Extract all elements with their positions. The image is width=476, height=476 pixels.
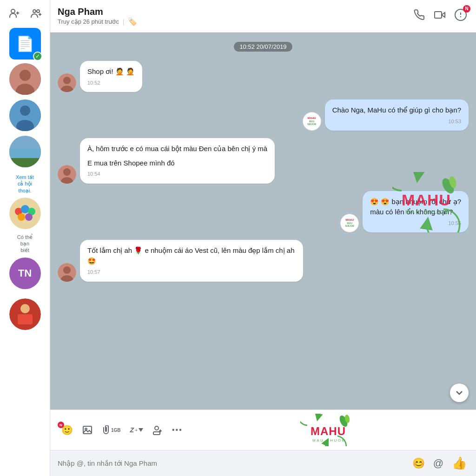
chat-header: Nga Pham Truy cập 26 phút trước | 🏷️ [50,0,476,33]
svg-text:MAU NHUOM: MAU NHUOM [405,209,450,215]
message-bubble-5: Tốt lắm chị ah 🌹 e nhuộm cái áo Vest cũ,… [80,240,303,282]
svg-point-46 [155,426,159,430]
header-actions: N [412,7,469,26]
contact-name: Nga Pham [58,7,412,17]
svg-text:MAU NHUOM: MAU NHUOM [312,438,346,443]
attachment-size: 1GB [111,428,121,433]
chat-toolbar: 🙂 N 1GB Z + [50,410,476,450]
svg-point-21 [25,213,33,221]
svg-rect-43 [83,426,92,434]
more-toolbar-button[interactable]: ••• [168,423,186,437]
sidebar-top-actions [2,5,48,22]
sidebar-avatar-tn[interactable]: TN [9,258,41,289]
sidebar-avatar-2[interactable] [9,99,41,131]
sender-avatar-5 [58,263,76,282]
svg-point-11 [20,106,30,116]
svg-point-3 [33,10,36,13]
sidebar-avatar-nga[interactable] [9,63,41,95]
svg-point-41 [63,266,71,274]
emoji-input-button[interactable]: 😊 [410,456,427,471]
message-text-2: Chào Nga, MaHu có thể giúp gì cho bạn? [332,105,461,116]
sticker-badge: N [58,422,64,428]
add-group-button[interactable] [27,5,45,22]
svg-rect-24 [18,314,33,324]
phone-call-button[interactable] [412,7,427,25]
message-text-1: Shop ơi! 🤦 🤦 [87,66,135,77]
svg-point-31 [63,77,71,84]
date-stamp: 10:52 20/07/2019 [234,42,292,52]
like-button[interactable]: 👍 [450,454,469,472]
sidebar-avatar-6[interactable] [9,298,41,330]
header-divider: | [123,18,124,25]
at-mention-button[interactable]: @ [431,456,445,471]
format-icon: Z [130,426,134,434]
more-info-button[interactable]: N [453,7,469,26]
message-bubble-1: Shop ơi! 🤦 🤦 10:52 [80,61,142,92]
svg-text:MAHU: MAHU [311,425,346,437]
see-all-conversations[interactable]: Xem tất cả hội thoại. [12,174,38,194]
tn-label: TN [18,267,32,279]
message-time-2: 10:53 [332,118,461,126]
mahu-logo-text-2: MAHUMAUNHUOM [345,218,354,228]
svg-rect-26 [435,12,442,18]
message-time-5: 10:57 [87,268,296,276]
message-row: Tốt lắm chị ah 🌹 e nhuộm cái áo Vest cũ,… [58,240,469,282]
scroll-to-bottom-button[interactable] [450,383,469,402]
sidebar-avatar-5[interactable] [9,198,41,229]
sidebar: 📄 ✓ Xem tất cả hội thoại. [0,0,50,476]
message-row: Shop ơi! 🤦 🤦 10:52 [58,61,469,92]
message-input[interactable] [58,459,406,467]
mahu-watermark: MAHU MAU NHUOM [392,172,467,234]
more-dots: ••• [172,426,183,434]
contact-info: Nga Pham Truy cập 26 phút trước | 🏷️ [58,7,412,26]
svg-point-23 [20,304,30,313]
message-bubble-3: À, hôm trước e có mua cái bột màu Đen củ… [80,138,275,184]
last-active-text: Truy cập 26 phút trước [58,18,119,25]
message-row: Chào Nga, MaHu có thể giúp gì cho bạn? 1… [58,99,469,131]
svg-point-34 [63,168,71,176]
image-button[interactable] [79,422,96,438]
sidebar-avatar-3[interactable] [9,136,41,167]
message-text-5: Tốt lắm chị ah 🌹 e nhuộm cái áo Vest cũ,… [87,245,296,266]
format-plus: + [135,428,138,433]
sender-avatar-1 [58,73,76,92]
message-time-1: 10:52 [87,79,135,87]
svg-point-0 [11,9,15,13]
active-badge: ✓ [33,52,42,61]
attachment-button[interactable]: 1GB [98,423,125,437]
mahu-avatar-small-1: MAHUMAUNHUOM [303,112,321,131]
svg-point-8 [20,70,31,81]
svg-rect-15 [9,149,41,158]
text-format-button[interactable]: Z + [126,423,147,436]
svg-rect-47 [153,432,160,435]
main-chat: Nga Pham Truy cập 26 phút trước | 🏷️ [50,0,476,476]
mahu-toolbar-logo: MAHU MAU NHUOM [188,414,469,446]
mahu-logo-text-1: MAHUMAUNHUOM [307,117,316,126]
chat-input-area: 😊 @ 👍 [50,450,476,476]
messages-area[interactable]: 10:52 20/07/2019 Shop ơi! 🤦 🤦 10:52 Chào… [50,33,476,410]
svg-point-20 [18,213,25,221]
label-icon[interactable]: 🏷️ [128,17,137,26]
n-badge: N [60,423,62,427]
message-time-3: 10:54 [87,170,267,178]
contact-status: Truy cập 26 phút trước | 🏷️ [58,17,412,26]
message-text-3: À, hôm trước e có mua cái bột màu Đen củ… [87,144,267,154]
nga-avatar-image [9,63,41,95]
chat-icon: 📄 [16,35,34,53]
mahu-avatar-small-2: MAHUMAUNHUOM [340,214,359,232]
maybe-you-know[interactable]: Có thể bạn biết [13,234,36,254]
notification-badge: N [463,5,470,13]
svg-text:MAHU: MAHU [402,191,451,209]
active-chat-item[interactable]: 📄 ✓ [9,28,41,60]
svg-marker-45 [139,428,143,432]
contacts-share-button[interactable] [149,422,166,438]
message-bubble-2: Chào Nga, MaHu có thể giúp gì cho bạn? 1… [325,99,469,131]
sender-avatar-3 [58,165,76,184]
emoji-sticker-button[interactable]: 🙂 N [58,422,77,438]
add-friend-button[interactable] [6,5,23,22]
svg-point-4 [37,10,40,13]
message-text-3b: E mua trên Shopee mình đó [87,158,267,169]
video-call-button[interactable] [432,7,447,25]
svg-marker-25 [442,13,445,17]
